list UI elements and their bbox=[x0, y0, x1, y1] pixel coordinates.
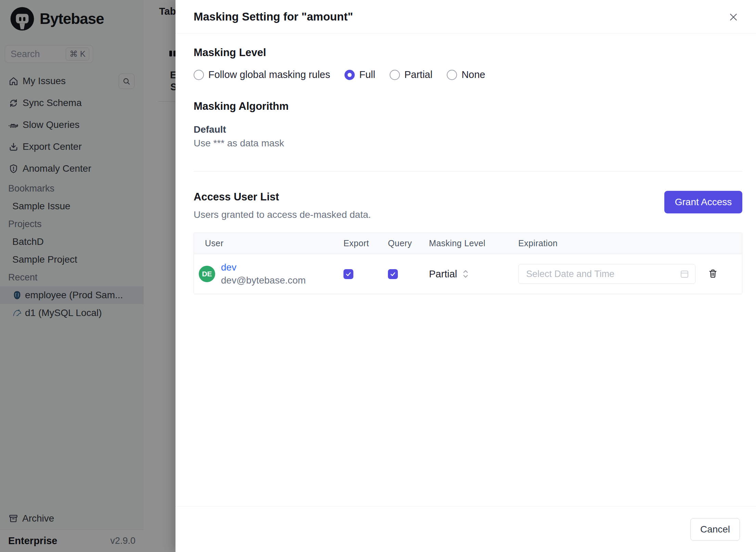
radio-icon bbox=[447, 70, 457, 80]
trash-icon[interactable] bbox=[708, 268, 719, 279]
modal-title: Masking Setting for "amount" bbox=[194, 10, 353, 23]
cancel-button[interactable]: Cancel bbox=[690, 518, 740, 541]
masking-level-heading: Masking Level bbox=[194, 47, 742, 59]
app-root: Bytebase ⌘ K My Issues Sync Schema Slow … bbox=[0, 0, 756, 552]
user-cell: DE dev dev@bytebase.com bbox=[194, 262, 343, 286]
access-user-table: User Export Query Masking Level Expirati… bbox=[194, 233, 742, 294]
column-header-export: Export bbox=[343, 238, 388, 248]
export-cell bbox=[343, 269, 388, 279]
masking-level-cell: Partial bbox=[429, 268, 518, 280]
user-name-link[interactable]: dev bbox=[221, 262, 306, 273]
date-text-input[interactable] bbox=[526, 269, 679, 279]
modal-footer: Cancel bbox=[175, 506, 756, 552]
query-cell bbox=[388, 269, 429, 279]
check-icon bbox=[345, 271, 352, 277]
radio-icon bbox=[390, 70, 400, 80]
column-header-query: Query bbox=[388, 238, 429, 248]
radio-full[interactable]: Full bbox=[344, 69, 375, 80]
modal-body: Masking Level Follow global masking rule… bbox=[175, 34, 756, 506]
table-row: DE dev dev@bytebase.com bbox=[194, 254, 742, 294]
algorithm-name: Default bbox=[194, 124, 742, 135]
query-checkbox[interactable] bbox=[388, 269, 398, 279]
modal-header: Masking Setting for "amount" bbox=[175, 0, 756, 34]
masking-level-radio-group: Follow global masking rules Full Partial… bbox=[194, 69, 742, 80]
radio-none[interactable]: None bbox=[447, 69, 485, 80]
radio-icon bbox=[194, 70, 204, 80]
radio-follow-global[interactable]: Follow global masking rules bbox=[194, 69, 330, 80]
expiration-cell bbox=[518, 264, 742, 284]
radio-partial[interactable]: Partial bbox=[390, 69, 432, 80]
user-email: dev@bytebase.com bbox=[221, 275, 306, 286]
expiration-date-input[interactable] bbox=[518, 264, 695, 284]
radio-icon bbox=[344, 70, 355, 80]
grant-access-button[interactable]: Grant Access bbox=[664, 191, 742, 213]
table-header-row: User Export Query Masking Level Expirati… bbox=[194, 233, 742, 254]
column-header-user: User bbox=[194, 238, 343, 248]
access-user-list-header: Access User List Users granted to access… bbox=[194, 191, 742, 220]
masking-level-value: Partial bbox=[429, 268, 457, 280]
section-divider bbox=[194, 171, 742, 172]
column-header-masking-level: Masking Level bbox=[429, 238, 518, 248]
access-user-list-heading: Access User List bbox=[194, 191, 371, 203]
algorithm-description: Use *** as data mask bbox=[194, 138, 742, 149]
calendar-icon bbox=[679, 269, 690, 279]
modal-backdrop[interactable] bbox=[0, 0, 175, 552]
chevron-up-down-icon bbox=[462, 269, 469, 279]
close-icon[interactable] bbox=[728, 11, 739, 23]
access-user-list-subtitle: Users granted to access de-masked data. bbox=[194, 209, 371, 220]
masking-algorithm-heading: Masking Algorithm bbox=[194, 100, 742, 113]
column-header-expiration: Expiration bbox=[518, 238, 742, 248]
avatar: DE bbox=[199, 266, 215, 282]
masking-setting-modal: Masking Setting for "amount" Masking Lev… bbox=[175, 0, 756, 552]
export-checkbox[interactable] bbox=[343, 269, 353, 279]
check-icon bbox=[390, 271, 396, 277]
masking-level-select[interactable]: Partial bbox=[429, 268, 518, 280]
